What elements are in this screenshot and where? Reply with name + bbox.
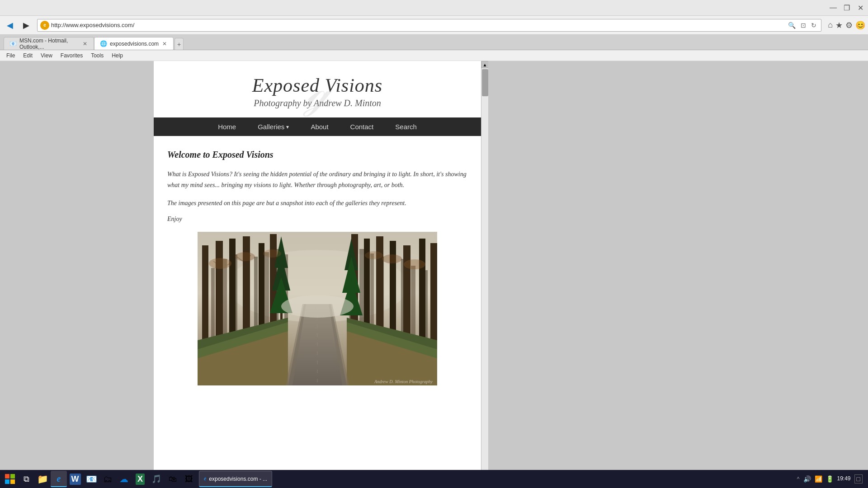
welcome-paragraph-2: The images presented on this page are bu… [167,198,467,209]
system-clock[interactable]: 19:49 [837,475,851,483]
tabs-bar: 📧 MSN.com - Hotmail, Outlook,... ✕ 🌐 exp… [0,35,868,50]
site-header: ℊ Exposed Visions Photography by Andrew … [154,61,481,117]
taskbar: ⧉ 📁 e W 📧 🗂 ☁ X 🎵 🛍 🖼 [0,470,868,488]
tab-exposedvisions[interactable]: 🌐 exposedvisions.com ✕ [94,37,174,50]
nav-contact[interactable]: Contact [340,117,385,136]
notification-center-button[interactable]: □ [854,474,863,483]
address-input[interactable] [51,22,786,28]
word-button[interactable]: W [67,471,83,487]
svg-point-44 [235,252,255,261]
site-title: Exposed Visions [163,75,472,96]
clock-time: 19:49 [837,475,851,483]
minimize-button[interactable]: — [829,4,837,12]
file-explorer-icon: 📁 [37,474,48,484]
welcome-paragraph-1: What is Exposed Visions? It's seeing the… [167,169,467,191]
left-background [0,61,154,488]
nav-home[interactable]: Home [207,117,247,136]
tab-msn[interactable]: 📧 MSN.com - Hotmail, Outlook,... ✕ [4,37,94,50]
welcome-heading: Welcome to Exposed Visions [167,150,467,160]
svg-rect-2 [211,268,215,340]
site-navigation: Home Galleries About Contact Search [154,117,481,136]
content-area: ▲ ▼ ℊ Exposed Visions Photography by And… [0,61,868,488]
svg-rect-20 [411,266,415,340]
start-button[interactable] [2,471,18,487]
taskbar-system-tray: ^ 🔊 📶 🔋 19:49 □ [797,474,866,483]
active-window-icon: e [204,475,206,482]
menu-edit[interactable]: Edit [19,52,36,60]
store-button[interactable]: 🛍 [165,471,181,487]
tab-msn-favicon: 📧 [9,40,17,47]
new-tab-button[interactable]: + [175,38,184,50]
compat-button[interactable]: ⊡ [799,21,808,30]
excel-button[interactable]: X [132,471,148,487]
site-favicon: e [40,21,49,30]
ie-icon: e [57,474,61,484]
nav-about[interactable]: About [300,117,339,136]
tab-ev-label: exposedvisions.com [110,41,159,47]
browser-toolbar: ◀ ▶ e 🔍 ⊡ ↻ ⌂ ★ ⚙ 😊 [0,16,868,35]
svg-rect-60 [5,474,9,479]
settings-icon[interactable]: ⚙ [845,20,853,30]
site-main-content: Welcome to Exposed Visions What is Expos… [154,136,481,394]
explorer-button[interactable]: 🗂 [99,471,116,487]
svg-point-46 [365,251,383,259]
svg-rect-3 [222,259,227,340]
home-icon[interactable]: ⌂ [828,20,833,30]
emoji-icon[interactable]: 😊 [855,20,865,30]
active-window-label: exposedvisions.com - ... [209,476,267,482]
volume-icon[interactable]: 🔊 [803,475,811,483]
favorites-icon[interactable]: ★ [835,20,843,30]
active-window-button[interactable]: e exposedvisions.com - ... [199,471,272,487]
onedrive-icon: ☁ [119,474,128,484]
excel-icon: X [136,474,145,485]
outlook-button[interactable]: 📧 [83,471,99,487]
forward-button[interactable]: ▶ [19,18,33,33]
outlook-icon: 📧 [86,474,97,484]
media-button[interactable]: 🎵 [148,471,165,487]
photos-icon: 🖼 [185,474,193,484]
menu-favorites[interactable]: Favorites [57,52,86,60]
scroll-up-arrow[interactable]: ▲ [481,61,489,68]
scroll-thumb[interactable] [482,69,488,96]
task-view-icon: ⧉ [24,474,29,484]
forest-road-image: Andrew D. Minton Photography [198,232,437,385]
file-explorer-button[interactable]: 📁 [34,471,51,487]
photo-watermark: Andrew D. Minton Photography [374,379,433,384]
ie-button[interactable]: e [51,471,67,487]
nav-search[interactable]: Search [384,117,428,136]
svg-point-48 [404,259,425,269]
svg-rect-62 [5,479,9,484]
svg-point-43 [209,258,231,269]
svg-point-59 [281,295,354,318]
tab-ev-close[interactable]: ✕ [161,41,168,47]
back-button[interactable]: ◀ [3,18,17,33]
close-button[interactable]: ✕ [856,4,864,12]
svg-point-45 [263,249,281,258]
refresh-button[interactable]: ↻ [809,21,818,30]
search-address-button[interactable]: 🔍 [786,21,797,30]
svg-rect-63 [10,479,15,484]
menu-tools[interactable]: Tools [87,52,107,60]
show-hidden-icons-button[interactable]: ^ [797,476,800,482]
tab-ev-favicon: 🌐 [100,40,107,47]
nav-galleries[interactable]: Galleries [247,117,300,136]
network-icon[interactable]: 📶 [815,475,822,483]
photos-button[interactable]: 🖼 [181,471,197,487]
battery-icon[interactable]: 🔋 [826,475,834,483]
tab-msn-close[interactable]: ✕ [82,41,88,47]
address-bar: e 🔍 ⊡ ↻ [37,19,821,32]
tab-msn-label: MSN.com - Hotmail, Outlook,... [19,38,79,50]
menu-view[interactable]: View [37,52,56,60]
enjoy-text: Enjoy [167,216,467,223]
explorer2-icon: 🗂 [103,474,112,484]
maximize-button[interactable]: ❐ [843,4,851,12]
onedrive-button[interactable]: ☁ [116,471,132,487]
task-view-button[interactable]: ⧉ [18,471,34,487]
menu-file[interactable]: File [3,52,19,60]
webpage-container: ▲ ▼ ℊ Exposed Visions Photography by And… [154,61,488,488]
site-subtitle: Photography by Andrew D. Minton [163,98,472,108]
svg-rect-61 [10,474,15,479]
store-icon: 🛍 [169,474,177,484]
menu-help[interactable]: Help [108,52,127,60]
scrollbar[interactable]: ▲ ▼ [481,61,488,488]
